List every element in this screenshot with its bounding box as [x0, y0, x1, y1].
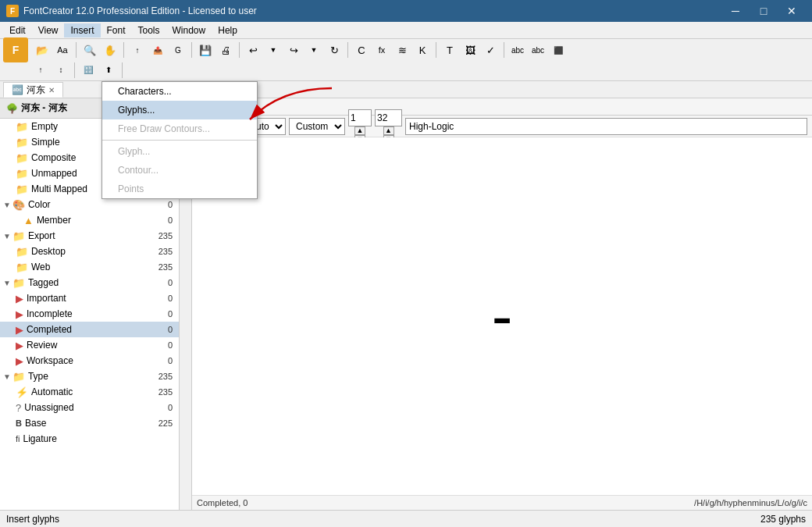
- check-btn[interactable]: ✓: [481, 41, 500, 59]
- refresh-btn[interactable]: ↻: [325, 41, 344, 59]
- toolbar-separator4: [239, 42, 240, 58]
- tab-close-icon[interactable]: ✕: [48, 86, 55, 94]
- undo-btn[interactable]: ↩: [244, 41, 262, 59]
- tree-item-workspace[interactable]: ▶ Workspace 0: [0, 353, 179, 369]
- tree-item-color[interactable]: ▼ 🎨 Color 0: [0, 197, 179, 212]
- menu-item-glyphs[interactable]: Glyphs...: [102, 101, 257, 119]
- preview-num1-input[interactable]: [348, 109, 372, 126]
- tree-item-web[interactable]: 📁 Web 235: [0, 259, 179, 275]
- wave-btn[interactable]: ≋: [393, 41, 411, 59]
- tree-count-type: 235: [158, 372, 176, 381]
- expand-icon-export: ▼: [3, 232, 11, 240]
- tree-item-review[interactable]: ▶ Review 0: [0, 337, 179, 353]
- tree-label-unassigned: Unassigned: [24, 402, 168, 413]
- tb2-btn2[interactable]: ↕: [52, 62, 70, 79]
- minimize-button[interactable]: ─: [721, 0, 750, 22]
- completed-status: Completed, 0: [197, 498, 248, 507]
- preview-header: Preview: [192, 98, 812, 116]
- tree-label-ligature: Ligature: [23, 433, 173, 444]
- tree-item-unassigned[interactable]: ? Unassigned 0: [0, 400, 179, 415]
- redo-btn[interactable]: ↪: [284, 41, 303, 59]
- menu-view[interactable]: View: [32, 23, 65, 37]
- open-button[interactable]: 📂: [33, 41, 52, 59]
- menu-item-characters[interactable]: Characters...: [102, 82, 257, 101]
- app-logo: F: [6, 5, 19, 17]
- close-button[interactable]: ✕: [778, 0, 806, 22]
- window-title: FontCreator 12.0 Professional Edition - …: [23, 5, 257, 16]
- abc2-btn[interactable]: abc: [529, 41, 547, 59]
- kern-btn[interactable]: K: [413, 41, 432, 59]
- tree-item-ligature[interactable]: fi Ligature: [0, 431, 179, 447]
- tb2-btn4[interactable]: ⬆: [99, 62, 118, 79]
- menu-tools[interactable]: Tools: [132, 23, 166, 37]
- tree-item-base[interactable]: B Base 225: [0, 415, 179, 431]
- tab-icon: 🔤: [12, 84, 23, 95]
- tab-hedong[interactable]: 🔤 河东 ✕: [3, 82, 63, 98]
- tree-item-tagged[interactable]: ▼ 📁 Tagged 0: [0, 275, 179, 290]
- toolbar-separator8: [74, 62, 75, 78]
- print-btn[interactable]: 🖨: [216, 41, 235, 59]
- tb2-btn1[interactable]: ↑: [31, 62, 50, 79]
- tb-btn3[interactable]: ↑: [128, 41, 147, 59]
- img-btn[interactable]: 🖼: [461, 41, 479, 59]
- insert-dropdown-menu: Characters... Glyphs... Free Draw Contou…: [102, 81, 258, 199]
- undo-drop-btn[interactable]: ▼: [264, 41, 283, 59]
- tree-label-base: Base: [25, 418, 158, 429]
- tree-label-incomplete: Incomplete: [27, 308, 168, 319]
- tree-item-export[interactable]: ▼ 📁 Export 235: [0, 228, 179, 244]
- spin-up1[interactable]: ▲: [354, 126, 365, 135]
- tree-item-incomplete[interactable]: ▶ Incomplete 0: [0, 306, 179, 322]
- menu-insert[interactable]: Insert: [64, 23, 100, 37]
- toolbar-separator6: [436, 42, 436, 58]
- question-icon-unassigned: ?: [16, 402, 21, 414]
- fx-btn[interactable]: fx: [372, 41, 391, 59]
- copy-btn[interactable]: C: [352, 41, 371, 59]
- tree-item-desktop[interactable]: 📁 Desktop 235: [0, 244, 179, 259]
- menu-window[interactable]: Window: [166, 23, 212, 37]
- status-right: 235 glyphs: [760, 514, 806, 525]
- tree-item-important[interactable]: ▶ Important 0: [0, 290, 179, 306]
- preview-brand-input[interactable]: [405, 118, 807, 135]
- zoom-out-btn[interactable]: 🔍: [80, 41, 99, 59]
- tree-label-completed: Completed: [27, 324, 168, 335]
- glyph-btn[interactable]: G: [169, 41, 187, 59]
- tree-item-automatic[interactable]: ⚡ Automatic 235: [0, 384, 179, 400]
- toolbar: F 📂 Aa 🔍 ✋ ↑ 📤 G 💾 🖨 ↩ ▼ ↪ ▼ ↻ C fx ≋ K …: [0, 39, 812, 81]
- menu-edit[interactable]: Edit: [3, 23, 32, 37]
- spin-up2[interactable]: ▲: [383, 126, 394, 135]
- redo-drop-btn[interactable]: ▼: [304, 41, 323, 59]
- tree-item-completed[interactable]: ▶ Completed 0: [0, 322, 179, 337]
- preview-select-custom[interactable]: Custom: [289, 118, 345, 135]
- save-btn[interactable]: 💾: [196, 41, 215, 59]
- tree-label-workspace: Workspace: [27, 355, 168, 366]
- tree-item-member[interactable]: ▲ Member 0: [0, 212, 179, 228]
- tag-icon-completed: ▶: [16, 324, 23, 336]
- contour-label: Contour...: [118, 165, 158, 176]
- expand-icon-tagged: ▼: [3, 279, 11, 287]
- maximize-button[interactable]: □: [750, 0, 778, 22]
- tree-count-base: 225: [158, 418, 176, 428]
- b-icon-base: B: [16, 418, 22, 428]
- tb2-btn3[interactable]: 🔡: [79, 62, 98, 79]
- glyph-character: ‐: [492, 280, 513, 352]
- font-btn[interactable]: Aa: [53, 41, 72, 59]
- text-btn[interactable]: T: [440, 41, 459, 59]
- export-btn[interactable]: 📤: [148, 41, 167, 59]
- tree-count-unassigned: 0: [168, 403, 176, 412]
- preview-num2-input[interactable]: [375, 109, 402, 126]
- hand-btn[interactable]: ✋: [101, 41, 119, 59]
- abc-btn[interactable]: abc: [508, 41, 527, 59]
- tree-item-type[interactable]: ▼ 📁 Type 235: [0, 369, 179, 384]
- tag-icon-review: ▶: [16, 340, 23, 351]
- characters-label: Characters...: [118, 86, 172, 97]
- tree-count-color: 0: [168, 200, 176, 209]
- glyph-preview: ‐: [192, 137, 812, 495]
- menu-font[interactable]: Font: [101, 23, 132, 37]
- tree-count-review: 0: [168, 340, 176, 350]
- menu-help[interactable]: Help: [212, 23, 244, 37]
- menu-item-points: Points: [102, 180, 257, 198]
- freedraw-label: Free Draw Contours...: [118, 123, 210, 134]
- tree-label-important: Important: [27, 293, 168, 304]
- tree-count-web: 235: [158, 262, 176, 272]
- export2-btn[interactable]: ⬛: [549, 41, 568, 59]
